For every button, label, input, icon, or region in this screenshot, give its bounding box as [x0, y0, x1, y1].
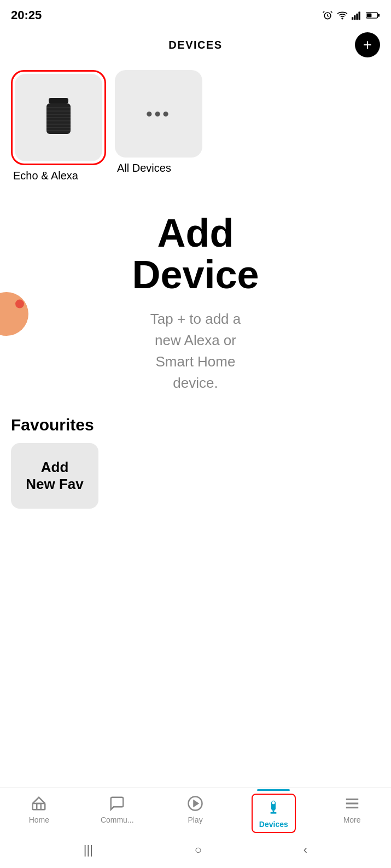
svg-point-22: [272, 801, 275, 804]
more-nav-label: More: [343, 815, 361, 824]
more-icon: [344, 794, 360, 813]
svg-marker-21: [194, 801, 199, 806]
play-icon: [187, 794, 203, 813]
all-devices-card: •••: [115, 70, 202, 158]
back-button-icon[interactable]: ‹: [304, 843, 307, 857]
nav-item-devices[interactable]: Devices: [252, 794, 296, 833]
category-echo-alexa[interactable]: Echo & Alexa: [11, 70, 106, 182]
system-nav-bar: ||| ○ ‹: [0, 836, 391, 868]
svg-point-1: [342, 18, 343, 19]
nav-item-play[interactable]: Play: [173, 794, 217, 824]
devices-nav-label: Devices: [259, 820, 288, 829]
deco-circle: [0, 292, 28, 336]
home-button-icon[interactable]: ○: [195, 843, 202, 857]
echo-device-icon: [44, 98, 73, 137]
add-new-fav-card[interactable]: AddNew Fav: [11, 443, 98, 509]
home-nav-label: Home: [29, 815, 49, 824]
nav-item-home[interactable]: Home: [17, 794, 61, 824]
three-dots-icon: •••: [146, 104, 171, 124]
nav-items-container: Home Commu... Play: [0, 788, 391, 836]
svg-rect-8: [367, 14, 372, 18]
play-nav-label: Play: [188, 815, 202, 824]
alarm-icon: [322, 10, 333, 21]
status-icons: [322, 10, 380, 21]
page-title: DEVICES: [168, 39, 222, 51]
svg-rect-3: [354, 15, 355, 20]
svg-rect-4: [356, 14, 358, 20]
svg-rect-9: [49, 98, 68, 103]
svg-rect-5: [359, 11, 360, 20]
favourites-title: Favourites: [11, 416, 380, 434]
category-all-devices[interactable]: ••• All Devices: [115, 70, 202, 182]
echo-alexa-card: [15, 74, 102, 161]
svg-rect-2: [352, 17, 353, 20]
device-categories: Echo & Alexa ••• All Devices: [0, 61, 391, 191]
community-nav-label: Commu...: [101, 815, 134, 824]
community-icon: [109, 794, 125, 813]
add-device-title: AddDevice: [132, 213, 259, 295]
page-header: DEVICES +: [0, 28, 391, 61]
nav-item-more[interactable]: More: [330, 794, 374, 824]
favourites-section: Favourites AddNew Fav: [0, 410, 391, 520]
nav-item-community[interactable]: Commu...: [95, 794, 139, 824]
svg-rect-19: [33, 803, 45, 809]
add-device-subtitle: Tap + to add anew Alexa orSmart Homedevi…: [150, 308, 241, 394]
wifi-icon: [336, 10, 348, 21]
devices-active-indicator: [257, 789, 290, 791]
recent-apps-icon[interactable]: |||: [84, 843, 93, 857]
bottom-navigation: Home Commu... Play: [0, 788, 391, 868]
all-devices-label: All Devices: [115, 162, 171, 174]
echo-alexa-card-wrapper: [11, 70, 106, 165]
add-new-fav-label: AddNew Fav: [26, 459, 84, 493]
devices-icon: [265, 798, 282, 818]
home-icon: [31, 794, 47, 813]
battery-icon: [366, 11, 380, 20]
echo-alexa-label: Echo & Alexa: [11, 170, 78, 182]
deco-dot: [15, 299, 24, 308]
status-time: 20:25: [11, 8, 42, 22]
add-device-button[interactable]: +: [355, 32, 380, 57]
signal-icon: [352, 10, 363, 20]
status-bar: 20:25: [0, 0, 391, 28]
add-device-section: AddDevice Tap + to add anew Alexa orSmar…: [0, 191, 391, 410]
svg-rect-7: [378, 14, 380, 16]
